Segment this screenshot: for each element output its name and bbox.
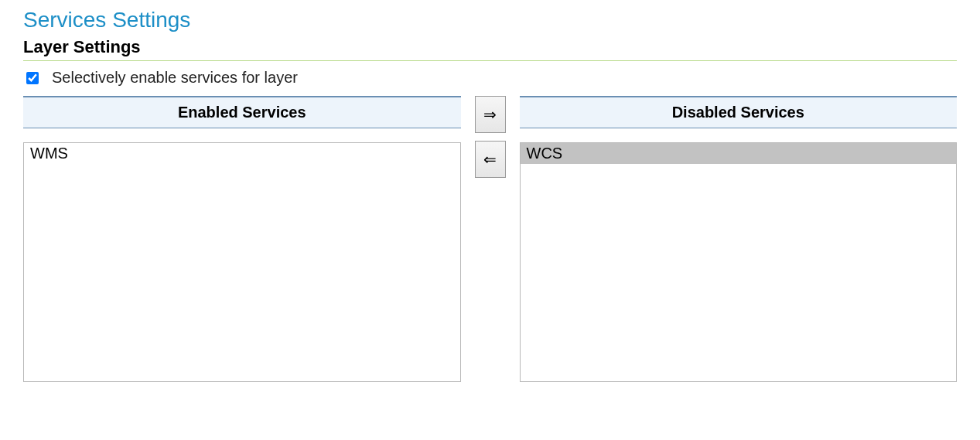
transfer-arrows: ⇒ ⇐ — [475, 96, 506, 178]
selective-enable-label[interactable]: Selectively enable services for layer — [52, 69, 298, 87]
services-panels: Enabled Services WMS ⇒ ⇐ Disabled Servic… — [23, 96, 957, 382]
list-item[interactable]: WMS — [24, 143, 460, 164]
move-left-button[interactable]: ⇐ — [475, 141, 506, 178]
selective-enable-row: Selectively enable services for layer — [23, 69, 957, 87]
disabled-services-panel: Disabled Services WCS — [520, 96, 958, 382]
section-divider — [23, 60, 957, 61]
page-title: Services Settings — [23, 8, 957, 32]
selective-enable-checkbox[interactable] — [26, 72, 39, 84]
enabled-services-panel: Enabled Services WMS — [23, 96, 461, 382]
section-title: Layer Settings — [23, 37, 957, 57]
move-right-button[interactable]: ⇒ — [475, 96, 506, 133]
enabled-services-header: Enabled Services — [23, 96, 461, 128]
disabled-services-listbox[interactable]: WCS — [520, 142, 958, 382]
list-item[interactable]: WCS — [521, 143, 957, 164]
arrow-right-icon: ⇒ — [483, 105, 497, 124]
arrow-left-icon: ⇐ — [483, 150, 497, 169]
disabled-services-header: Disabled Services — [520, 96, 958, 128]
enabled-services-listbox[interactable]: WMS — [23, 142, 461, 382]
